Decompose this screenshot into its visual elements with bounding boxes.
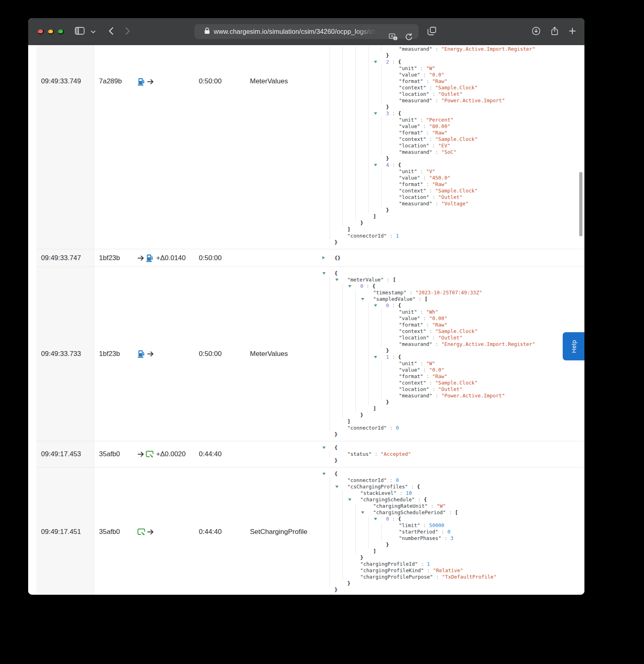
help-tab-label: Help — [570, 340, 577, 353]
share-button[interactable] — [548, 18, 561, 45]
json-colon: : — [432, 341, 442, 347]
json-colon: : — [426, 188, 436, 194]
json-line: "meterValue" : [ — [327, 277, 584, 283]
json-string-value: "Raw" — [432, 373, 448, 379]
zoom-window-button[interactable] — [58, 29, 64, 34]
json-string-value: "SoC" — [441, 149, 456, 155]
new-tab-button[interactable] — [566, 18, 579, 45]
indent-guide — [355, 72, 356, 78]
direction-arrow-icon — [147, 78, 154, 86]
json-line: 0 : { — [327, 302, 584, 309]
json-key: "unit" — [399, 65, 417, 71]
collapse-toggle-icon[interactable] — [374, 356, 377, 358]
indent-guide — [330, 328, 330, 335]
json-string-value: "TxDefaultProfile" — [442, 574, 496, 580]
log-row[interactable]: 09:49:33.7497a289b 0:50:00MeterValues"me… — [36, 45, 584, 249]
json-colon: : — [426, 328, 436, 334]
json-key: "location" — [399, 335, 429, 341]
json-open-bracket: { — [334, 270, 338, 276]
json-string-value: "Sample.Clock" — [435, 380, 477, 386]
collapse-toggle-icon[interactable] — [348, 285, 351, 288]
indent-guide — [343, 315, 343, 322]
json-open-bracket: { — [334, 471, 338, 477]
indent-guide — [343, 85, 343, 91]
vertical-scrollbar[interactable] — [579, 172, 582, 236]
indent-guide — [330, 386, 330, 393]
json-string-value: "Outlet" — [438, 335, 462, 341]
indent-guide — [355, 328, 356, 335]
json-string-value: "Energy.Active.Import.Register" — [441, 46, 535, 52]
json-key: "unit" — [399, 117, 417, 123]
json-string-value: "0.0" — [429, 72, 444, 78]
indent-guide — [330, 425, 330, 431]
log-timestamp-cell: 09:49:33.733 — [36, 267, 94, 441]
json-key: "meterValue" — [347, 277, 384, 283]
json-number-value: 10 — [406, 490, 412, 496]
forward-button[interactable] — [122, 18, 134, 45]
json-line: "value" : "0.0" — [327, 72, 584, 78]
help-tab[interactable]: Help — [563, 332, 584, 360]
collapse-toggle-icon[interactable] — [361, 298, 364, 300]
collapse-toggle-icon[interactable] — [322, 447, 326, 449]
log-row[interactable]: 09:49:33.7331bf23b 0:50:00MeterValues{"m… — [36, 267, 584, 441]
browser-titlebar: www.chargesim.io/simulation/csim/34260/o… — [28, 18, 584, 45]
address-bar[interactable]: www.chargesim.io/simulation/csim/34260/o… — [194, 24, 419, 39]
indent-guide — [381, 201, 382, 207]
collapse-toggle-icon[interactable] — [374, 112, 377, 115]
json-key: "chargingSchedule" — [360, 496, 415, 503]
collapse-toggle-icon[interactable] — [374, 61, 377, 63]
indent-guide — [330, 78, 330, 85]
json-line: "measurand" : "Voltage" — [327, 201, 584, 207]
collapse-toggle-icon[interactable] — [335, 279, 339, 281]
indent-guide — [368, 91, 369, 97]
json-colon: : — [389, 302, 398, 308]
indent-guide — [355, 104, 356, 110]
json-open-bracket: { — [372, 283, 376, 289]
json-line: "measurand" : "Power.Active.Import" — [327, 97, 584, 104]
sidebar-toggle-button[interactable] — [73, 18, 86, 45]
collapse-toggle-icon[interactable] — [348, 499, 351, 501]
json-colon: : — [415, 296, 425, 302]
log-row[interactable]: 09:49:33.7471bf23b +Δ0.01400:50:00{} — [36, 249, 584, 267]
downloads-button[interactable] — [530, 18, 543, 45]
tab-overview-button[interactable] — [425, 18, 438, 45]
collapse-toggle-icon[interactable] — [335, 486, 339, 488]
sidebar-menu-chevron[interactable] — [89, 18, 97, 45]
close-window-button[interactable] — [37, 29, 44, 34]
indent-guide — [381, 123, 382, 130]
indent-guide — [368, 123, 369, 130]
collapse-toggle-icon[interactable] — [322, 473, 326, 475]
json-colon: : — [427, 503, 437, 509]
log-row[interactable]: 09:49:17.45335afb0 +Δ0.00200:44:40{"stat… — [36, 441, 584, 467]
indent-guide — [330, 220, 330, 226]
json-colon: : — [389, 59, 398, 65]
collapse-toggle-icon[interactable] — [361, 511, 364, 514]
json-string-value: "W" — [437, 503, 446, 509]
json-key: "value" — [399, 367, 420, 373]
json-key: "startPeriod" — [399, 529, 438, 535]
json-index: 2 — [386, 59, 389, 65]
indent-guide — [368, 117, 369, 123]
indent-guide — [381, 117, 382, 123]
indent-guide — [355, 503, 356, 509]
direction-cluster: +Δ0.0140 — [137, 254, 199, 263]
collapse-toggle-icon[interactable] — [374, 518, 377, 520]
indent-guide — [343, 567, 343, 574]
duration: 0:50:00 — [199, 254, 250, 262]
json-key: "format" — [399, 78, 423, 84]
collapse-toggle-icon[interactable] — [322, 272, 326, 275]
indent-guide — [355, 309, 356, 315]
collapse-toggle-icon[interactable] — [374, 164, 377, 166]
json-line: "chargingProfileId" : 1 — [327, 561, 584, 567]
minimize-window-button[interactable] — [47, 29, 54, 34]
indent-guide — [330, 155, 330, 162]
indent-guide — [368, 348, 369, 354]
back-button[interactable] — [105, 18, 117, 45]
log-row[interactable]: 09:49:17.45135afb0 0:44:40SetChargingPro… — [36, 467, 584, 595]
indent-guide — [330, 233, 330, 239]
expand-toggle-icon[interactable] — [322, 256, 325, 259]
collapse-toggle-icon[interactable] — [374, 304, 377, 307]
indent-guide — [355, 91, 356, 97]
json-open-bracket: { — [398, 162, 401, 168]
indent-guide — [368, 181, 369, 188]
